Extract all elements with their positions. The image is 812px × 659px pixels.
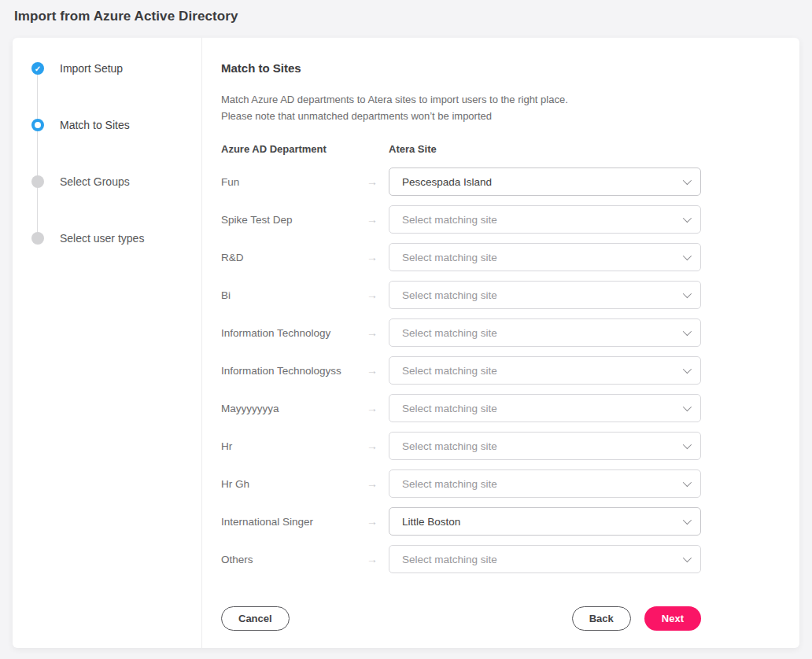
chevron-down-icon [683, 554, 692, 562]
chevron-down-icon [683, 478, 692, 487]
department-label: Hr Gh [221, 478, 367, 490]
arrow-right-icon: → [367, 251, 389, 263]
match-row: Information Technology → Select matching… [221, 314, 701, 352]
footer-actions: Cancel Back Next [221, 606, 701, 631]
site-select[interactable]: Select matching site [389, 469, 701, 498]
next-button[interactable]: Next [644, 606, 701, 631]
match-row: Hr Gh → Select matching site [221, 465, 701, 503]
chevron-down-icon [683, 327, 692, 336]
arrow-right-icon: → [367, 364, 389, 377]
site-select[interactable]: Little Boston [389, 507, 701, 536]
department-label: R&D [221, 252, 367, 263]
step-state-icon [31, 175, 44, 188]
cancel-button[interactable]: Cancel [221, 606, 290, 631]
stepper-connector-line [37, 68, 38, 238]
site-select[interactable]: Select matching site [389, 432, 701, 460]
match-row: Mayyyyyyya → Select matching site [221, 389, 701, 427]
check-icon: ✓ [31, 62, 44, 75]
site-select-value: Little Boston [402, 516, 683, 528]
stepper-step[interactable]: Match to Sites [31, 119, 201, 131]
site-select[interactable]: Select matching site [389, 545, 701, 573]
arrow-right-icon: → [367, 553, 389, 565]
department-label: Spike Test Dep [221, 214, 367, 226]
department-label: Information Technology [221, 327, 367, 339]
column-header-department: Azure AD Department [221, 143, 389, 155]
stepper-step[interactable]: Select Groups [31, 175, 201, 188]
arrow-right-icon: → [367, 477, 389, 490]
chevron-down-icon [683, 289, 692, 298]
panel-heading: Match to Sites [221, 61, 799, 75]
panel-description: Match Azure AD departments to Atera site… [221, 91, 799, 124]
step-label: Select Groups [60, 175, 130, 188]
stepper-step[interactable]: Select user types [31, 232, 201, 245]
arrow-right-icon: → [367, 440, 389, 452]
stepper-items: ✓ Import Setup Match to Sites Select Gro… [31, 62, 201, 245]
back-button[interactable]: Back [572, 606, 631, 631]
site-select[interactable]: Select matching site [389, 205, 701, 234]
description-line-2: Please note that unmatched departments w… [221, 108, 799, 124]
arrow-right-icon: → [367, 289, 389, 301]
department-label: International Singer [221, 516, 367, 528]
site-select[interactable]: Select matching site [389, 281, 701, 309]
step-state-icon [31, 119, 44, 131]
match-to-sites-panel: Match to Sites Match Azure AD department… [202, 38, 799, 648]
department-label: Others [221, 554, 367, 565]
department-label: Mayyyyyyya [221, 403, 367, 414]
site-select-value: Select matching site [402, 214, 683, 226]
site-select[interactable]: Select matching site [389, 318, 701, 347]
chevron-down-icon [683, 440, 692, 449]
site-select-value: Pescespada Island [402, 176, 683, 188]
site-select-value: Select matching site [402, 252, 683, 263]
arrow-right-icon: → [367, 402, 389, 414]
footer-right-group: Back Next [572, 606, 701, 631]
site-select-value: Select matching site [402, 554, 683, 565]
site-select-value: Select matching site [402, 403, 683, 414]
stepper-step[interactable]: ✓ Import Setup [31, 62, 201, 75]
match-row: Hr → Select matching site [221, 427, 701, 465]
site-select-value: Select matching site [402, 365, 683, 377]
match-row: Information Technologyss → Select matchi… [221, 352, 701, 389]
department-label: Information Technologyss [221, 365, 367, 377]
match-row: Others → Select matching site [221, 540, 701, 578]
chevron-down-icon [683, 365, 692, 374]
match-row: R&D → Select matching site [221, 238, 701, 276]
step-label: Import Setup [60, 62, 123, 75]
chevron-down-icon [683, 176, 692, 185]
page-title: Import from Azure Active Directory [0, 0, 812, 24]
step-state-icon [31, 232, 44, 245]
arrow-right-icon: → [367, 326, 389, 339]
site-select[interactable]: Pescespada Island [389, 168, 701, 196]
department-label: Fun [221, 176, 367, 188]
description-line-1: Match Azure AD departments to Atera site… [221, 91, 799, 108]
site-select-value: Select matching site [402, 327, 683, 339]
site-select[interactable]: Select matching site [389, 356, 701, 385]
match-row: International Singer → Little Boston [221, 503, 701, 540]
import-wizard-card: ✓ Import Setup Match to Sites Select Gro… [13, 38, 799, 648]
match-row: Bi → Select matching site [221, 276, 701, 314]
match-rows: Fun → Pescespada Island Spike Test Dep →… [221, 163, 701, 578]
site-select-value: Select matching site [402, 289, 683, 301]
step-label: Select user types [60, 232, 144, 245]
chevron-down-icon [683, 403, 692, 411]
site-select[interactable]: Select matching site [389, 243, 701, 271]
step-state-icon: ✓ [31, 62, 44, 75]
column-headers: Azure AD Department Atera Site [221, 143, 701, 155]
department-label: Hr [221, 440, 367, 452]
chevron-down-icon [683, 252, 692, 260]
site-select[interactable]: Select matching site [389, 394, 701, 422]
chevron-down-icon [683, 214, 692, 223]
arrow-right-icon: → [367, 175, 389, 188]
arrow-right-icon: → [367, 213, 389, 226]
wizard-stepper: ✓ Import Setup Match to Sites Select Gro… [13, 38, 202, 648]
match-row: Spike Test Dep → Select matching site [221, 201, 701, 238]
match-row: Fun → Pescespada Island [221, 163, 701, 201]
department-label: Bi [221, 289, 367, 301]
step-label: Match to Sites [60, 119, 130, 131]
site-select-value: Select matching site [402, 478, 683, 490]
site-select-value: Select matching site [402, 440, 683, 452]
column-header-site: Atera Site [389, 143, 437, 155]
arrow-right-icon: → [367, 515, 389, 528]
chevron-down-icon [683, 516, 692, 525]
